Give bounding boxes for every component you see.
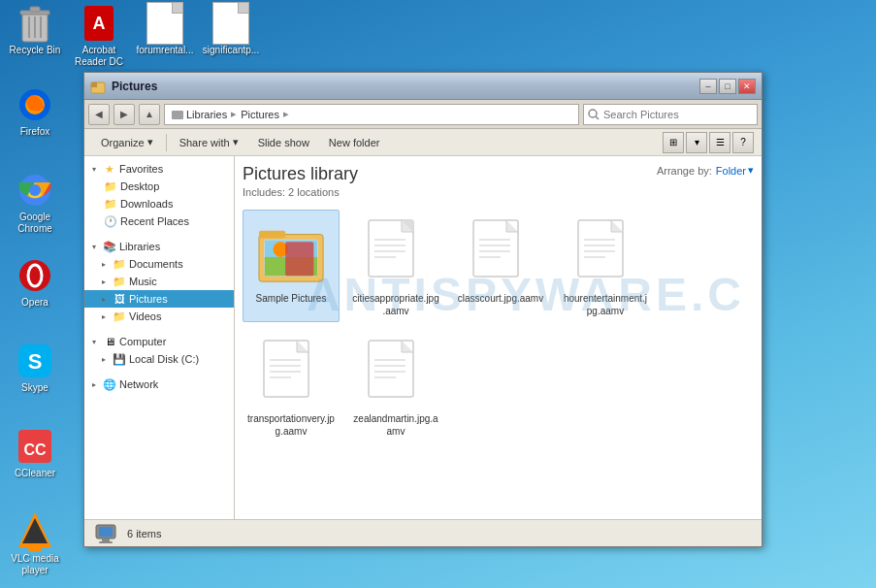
pictures-folder-icon: 🖼: [113, 292, 126, 306]
doc-icon: [467, 214, 535, 292]
file-label: classcourt.jpg.aamv: [458, 292, 543, 305]
vlc-icon: [16, 512, 54, 551]
nav-item-libraries[interactable]: ▾ 📚 Libraries: [84, 238, 234, 255]
window-title: Pictures: [112, 80, 699, 93]
file-label: zealandmartin.jpg.aamv: [352, 412, 439, 438]
folder-icon: 📁: [104, 197, 117, 211]
desktop-icon-skype[interactable]: S Skype: [4, 342, 66, 394]
nav-item-recent-places[interactable]: 🕐 Recent Places: [84, 212, 234, 230]
nav-item-documents[interactable]: ▸ 📁 Documents: [84, 255, 234, 273]
close-button[interactable]: ✕: [738, 79, 756, 94]
up-button[interactable]: ▲: [139, 104, 160, 125]
svg-text:A: A: [93, 14, 106, 33]
address-path[interactable]: Libraries ▸ Pictures ▸: [164, 104, 579, 125]
forward-button[interactable]: ▶: [114, 104, 135, 125]
desktop-icon-label: CCleaner: [15, 468, 55, 479]
desktop-icon-forumrental[interactable]: forumrental...: [134, 4, 196, 56]
explorer-window: Pictures – □ ✕ ◀ ▶ ▲ Libraries ▸ Picture…: [83, 72, 762, 547]
content-header: Pictures library Includes: 2 locations A…: [243, 164, 754, 198]
status-count: 6 items: [127, 528, 161, 539]
search-icon: [588, 109, 600, 120]
file-label: hourentertainment.jpg.aamv: [562, 292, 649, 317]
computer-icon: 🖥: [103, 335, 116, 348]
nav-item-videos[interactable]: ▸ 📁 Videos: [84, 308, 234, 325]
file-item-transportationvery[interactable]: transportationvery.jpg.aamv: [243, 330, 340, 442]
folder-icon: 📁: [113, 310, 126, 323]
folder-icon: 📁: [113, 275, 126, 288]
back-button[interactable]: ◀: [88, 104, 110, 125]
desktop-icon-ccleaner[interactable]: CC CCleaner: [4, 427, 66, 479]
svg-rect-63: [99, 541, 113, 543]
new-folder-button[interactable]: New folder: [320, 132, 389, 153]
nav-item-downloads[interactable]: 📁 Downloads: [84, 195, 234, 212]
help-button[interactable]: ?: [732, 132, 754, 153]
network-section: ▸ 🌐 Network: [84, 372, 234, 397]
desktop-icon-vlc[interactable]: VLC media player: [4, 512, 66, 576]
minimize-button[interactable]: –: [699, 79, 717, 94]
ccleaner-icon: CC: [16, 427, 54, 466]
file-item-sample-pictures[interactable]: Sample Pictures: [243, 210, 340, 322]
view-details-button[interactable]: ☰: [709, 132, 730, 153]
window-controls: – □ ✕: [699, 79, 756, 94]
file-item-hourentertainment[interactable]: hourentertainment.jpg.aamv: [557, 210, 654, 322]
doc-icon: [257, 335, 325, 412]
desktop-icon-label: Recycle Bin: [10, 45, 61, 56]
file-label: Sample Pictures: [256, 292, 327, 305]
share-with-button[interactable]: Share with ▾: [171, 132, 247, 153]
view-buttons: ⊞ ▾ ☰ ?: [663, 132, 754, 153]
arrange-by-dropdown[interactable]: Folder ▾: [716, 164, 754, 177]
title-bar: Pictures – □ ✕: [84, 73, 762, 100]
nav-item-network[interactable]: ▸ 🌐 Network: [84, 376, 234, 393]
file-item-zealandmartin[interactable]: zealandmartin.jpg.aamv: [347, 330, 444, 442]
significant-icon: [211, 4, 250, 43]
path-item: Libraries ▸ Pictures ▸: [171, 108, 291, 121]
nav-item-favorites[interactable]: ▾ ★ Favorites: [84, 160, 234, 178]
desktop-icon-recycle-bin[interactable]: Recycle Bin: [4, 4, 66, 56]
star-icon: ★: [103, 162, 116, 176]
slideshow-button[interactable]: Slide show: [249, 132, 318, 153]
folder-icon: 📁: [104, 180, 117, 193]
nav-item-computer[interactable]: ▾ 🖥 Computer: [84, 333, 234, 350]
view-icon-button[interactable]: ⊞: [663, 132, 684, 153]
nav-item-music[interactable]: ▸ 📁 Music: [84, 273, 234, 290]
desktop-icon-opera[interactable]: Opera: [4, 256, 66, 309]
nav-item-local-disk[interactable]: ▸ 💾 Local Disk (C:): [84, 350, 234, 368]
desktop-icon-label: Acrobat Reader DC: [68, 45, 130, 68]
favorites-section: ▾ ★ Favorites 📁 Desktop 📁 Downloads 🕐 Re…: [84, 156, 234, 234]
svg-rect-33: [285, 242, 313, 276]
desktop-icon-label: Firefox: [20, 126, 50, 138]
main-area: ▾ ★ Favorites 📁 Desktop 📁 Downloads 🕐 Re…: [84, 156, 762, 519]
svg-text:S: S: [28, 349, 43, 374]
folder-icon: 📁: [113, 257, 126, 271]
search-input[interactable]: [603, 109, 753, 120]
desktop-icon-firefox[interactable]: Firefox: [4, 85, 66, 138]
desktop-icon-label: VLC media player: [4, 553, 66, 576]
search-box[interactable]: [583, 104, 758, 125]
window-icon: [90, 79, 106, 94]
file-item-classcourt[interactable]: classcourt.jpg.aamv: [452, 210, 549, 322]
nav-item-desktop[interactable]: 📁 Desktop: [84, 178, 234, 195]
path-libraries: Libraries: [186, 109, 227, 120]
folder-with-image-icon: [257, 214, 325, 292]
desktop-icon-significant[interactable]: significantp...: [200, 4, 262, 56]
svg-point-12: [29, 184, 41, 196]
svg-marker-20: [22, 518, 48, 543]
opera-icon: [16, 256, 54, 295]
desktop-icon-label: Google Chrome: [4, 212, 66, 235]
organize-button[interactable]: Organize ▾: [92, 132, 162, 153]
file-grid: Sample Pictures: [243, 210, 754, 442]
firefox-icon: [16, 85, 54, 124]
svg-text:CC: CC: [23, 441, 47, 458]
library-title: Pictures library: [243, 164, 358, 184]
view-list-button[interactable]: ▾: [686, 132, 707, 153]
nav-item-pictures[interactable]: ▸ 🖼 Pictures: [84, 290, 234, 308]
desktop-icon-label: forumrental...: [137, 45, 194, 56]
file-item-citiesappropriate[interactable]: citiesappropriate.jpg.aamv: [347, 210, 444, 322]
desktop-icon-chrome[interactable]: Google Chrome: [4, 171, 66, 235]
recycle-bin-icon: [16, 4, 54, 43]
libraries-section: ▾ 📚 Libraries ▸ 📁 Documents ▸ 📁 Music ▸ …: [84, 234, 234, 329]
desktop-icon-label: Skype: [21, 382, 49, 394]
library-subtitle: Includes: 2 locations: [243, 186, 358, 198]
maximize-button[interactable]: □: [719, 79, 736, 94]
desktop-icon-acrobat[interactable]: A Acrobat Reader DC: [68, 4, 130, 68]
